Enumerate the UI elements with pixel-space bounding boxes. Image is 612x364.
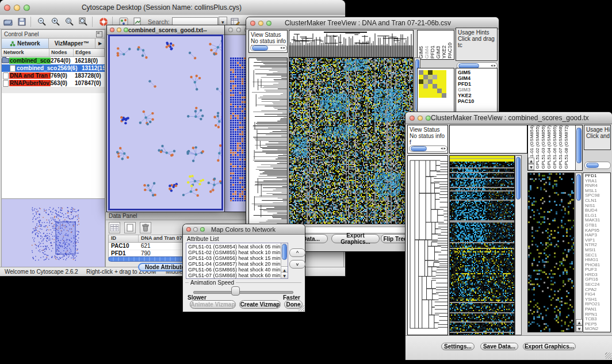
row-label[interactable]: GIM4: [458, 75, 497, 81]
column-label[interactable]: GIM3: [436, 46, 441, 59]
row-label[interactable]: PFD1: [458, 81, 497, 87]
trash-icon[interactable]: [140, 222, 151, 233]
new-page-icon[interactable]: [124, 222, 136, 233]
create-vizmap-button[interactable]: Create Vizmap: [239, 300, 281, 309]
close-icon[interactable]: [410, 116, 415, 121]
close-icon[interactable]: [110, 28, 114, 32]
save-icon[interactable]: [16, 16, 28, 28]
row-dendrogram-canvas[interactable]: [408, 156, 447, 335]
usage-hints-title: Usage Hi: [584, 125, 610, 133]
treeview-button[interactable]: Export Graphics...: [331, 234, 380, 243]
move-up-button[interactable]: ^: [289, 248, 305, 257]
minimize-icon[interactable]: [14, 5, 20, 11]
row-dendrogram-canvas[interactable]: [249, 58, 287, 224]
close-icon[interactable]: [4, 5, 10, 11]
gene-label[interactable]: MON2: [585, 327, 610, 332]
minimize-icon[interactable]: [236, 28, 241, 32]
attribute-list-item[interactable]: GPL51-06 (GSM865) heat shock 40 min: [186, 267, 288, 273]
heatmap-vscrollbar[interactable]: [515, 155, 522, 335]
treeview-button[interactable]: Settings...: [441, 343, 475, 350]
column-label[interactable]: GIM4: [424, 46, 430, 59]
view-status-text: No status info f: [408, 133, 447, 145]
treeview-button[interactable]: Export Graphics...: [523, 343, 576, 350]
network-overview-canvas[interactable]: [2, 199, 105, 267]
zoom-fit-icon[interactable]: [78, 16, 89, 28]
column-label[interactable]: GPL51-02 (GSM855): [535, 125, 540, 169]
row-label[interactable]: PAC10: [458, 98, 497, 104]
network-tab-icon: [10, 41, 16, 47]
close-icon[interactable]: [228, 28, 233, 32]
network-list-row[interactable]: RNAPuberNov2+ 563(0) 107847(0): [2, 79, 105, 87]
zoom-selected-icon[interactable]: [64, 16, 75, 28]
heatmap-canvas[interactable]: [450, 156, 514, 335]
main-titlebar[interactable]: Cytoscape Desktop (Session Name: collins…: [0, 0, 345, 16]
network-overview-panel[interactable]: [2, 199, 105, 267]
network-canvas[interactable]: [110, 36, 221, 208]
column-label[interactable]: GPL51-08 (GSM872): [564, 125, 569, 169]
speed-slider[interactable]: [193, 291, 293, 294]
zoom-window-icon[interactable]: [426, 116, 431, 121]
zoom-window-icon[interactable]: [124, 28, 128, 32]
column-label[interactable]: YKE2: [442, 45, 447, 59]
column-label[interactable]: PFD1: [430, 45, 435, 59]
column-label[interactable]: GPL51-03 (GSM856): [541, 125, 546, 169]
minimize-icon[interactable]: [258, 21, 263, 26]
tab-overflow-arrow-icon[interactable]: ▶: [95, 39, 105, 48]
minimize-icon[interactable]: [193, 227, 198, 232]
column-label[interactable]: GPL51-07 (GSM868): [558, 125, 563, 169]
view-status-scrollbar[interactable]: ◂▸: [409, 145, 447, 152]
zoom-in-icon[interactable]: [50, 16, 62, 28]
attribute-list-item[interactable]: GPL51-01 (GSM854) heat shock 05 min: [186, 244, 288, 250]
zoom-window-icon[interactable]: [266, 21, 271, 26]
heatmap-canvas[interactable]: [289, 58, 413, 224]
secondary-heatmap-canvas[interactable]: [528, 173, 574, 332]
gene-list-scrollbar[interactable]: ▲▼: [575, 173, 582, 332]
attribute-list-item[interactable]: GPL51-03 (GSM856) heat shock 15 min: [186, 255, 288, 261]
network-list-row[interactable]: combined_scores 2764(0) 16218(0): [2, 57, 105, 64]
float-panel-icon[interactable]: [96, 31, 102, 37]
network-file-icon: [2, 72, 9, 79]
attribute-list[interactable]: GPL51-01 (GSM854) heat shock 05 minGPL51…: [186, 243, 288, 279]
zoom-window-icon[interactable]: [200, 227, 205, 232]
row-label[interactable]: GIM3: [458, 87, 497, 93]
row-label[interactable]: YKE2: [458, 93, 497, 98]
speed-slider-thumb[interactable]: [231, 286, 240, 296]
attribute-list-item[interactable]: GPL51-07 (GSM868) heat shock 60 min: [186, 273, 288, 278]
view-status-scrollbar[interactable]: ◂▸: [250, 45, 287, 51]
close-icon[interactable]: [186, 227, 191, 232]
column-dendrogram-panel[interactable]: [449, 125, 527, 154]
column-label[interactable]: GPL51-06 (GSM865): [552, 125, 557, 169]
window-controls[interactable]: [0, 5, 30, 11]
correlation-heatmap-canvas[interactable]: [419, 70, 446, 98]
row-label[interactable]: GIM5: [458, 70, 497, 75]
move-down-button[interactable]: v: [289, 260, 305, 269]
map-colors-dialog: Map Colors to Network Attribute List GPL…: [183, 224, 305, 312]
minimize-icon[interactable]: [418, 116, 423, 121]
network-file-icon: [2, 58, 9, 63]
tab-vizmapper[interactable]: VizMapper™: [49, 39, 96, 48]
minimize-icon[interactable]: [117, 28, 121, 32]
column-label[interactable]: GIM5: [419, 46, 424, 59]
network-list-row[interactable]: combined_sco 2569(6) 13112(15): [2, 64, 105, 72]
network-nodes-count: 2764(0): [51, 58, 75, 64]
label-scroll-arrows[interactable]: ▲▼: [528, 158, 534, 170]
network-name: combined_sco: [16, 65, 58, 71]
column-dendrogram-canvas[interactable]: [289, 30, 413, 57]
column-label[interactable]: GPL51-04 (GSM857): [546, 125, 552, 169]
network-table-header: Network Nodes Edges: [2, 49, 105, 57]
zoom-window-icon[interactable]: [24, 5, 30, 11]
column-label[interactable]: PAC10: [447, 43, 453, 59]
close-icon[interactable]: [250, 21, 255, 26]
zoom-out-icon[interactable]: [36, 16, 48, 28]
usage-hints-scrollbar[interactable]: [584, 162, 611, 169]
network-list-row[interactable]: DNA and Tran 07 769(0) 183728(0): [2, 72, 105, 79]
table-icon[interactable]: [109, 222, 120, 233]
attribute-list-item[interactable]: GPL51-04 (GSM857) heat shock 20 min: [186, 261, 288, 267]
animate-vizmap-button[interactable]: Animate Vizmap: [190, 300, 236, 309]
treeview-button[interactable]: Save Data...: [480, 343, 518, 350]
tab-network[interactable]: Network: [2, 39, 49, 48]
attribute-list-scrollbar[interactable]: ▲ ▼: [281, 243, 288, 278]
open-folder-icon[interactable]: [2, 16, 14, 28]
attribute-list-item[interactable]: GPL51-02 (GSM855) heat shock 10 min: [186, 250, 288, 255]
id-column-header[interactable]: ID: [109, 235, 139, 242]
